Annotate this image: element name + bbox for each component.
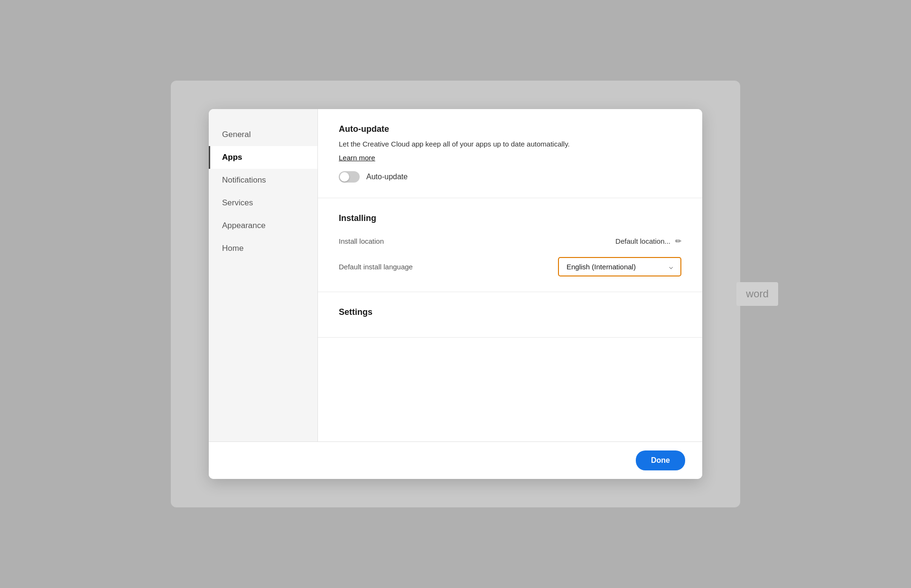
background-password-hint: word — [736, 282, 778, 306]
autoupdate-section: Auto-update Let the Creative Cloud app k… — [318, 109, 702, 198]
edit-icon[interactable]: ✏ — [675, 237, 681, 246]
install-location-value: Default location... — [615, 237, 670, 245]
sidebar-item-services[interactable]: Services — [209, 192, 317, 214]
done-button[interactable]: Done — [636, 450, 685, 470]
settings-title: Settings — [339, 307, 681, 317]
default-language-row: Default install language English (Intern… — [339, 257, 681, 276]
sidebar-item-apps[interactable]: Apps — [209, 146, 317, 169]
install-location-label: Install location — [339, 237, 384, 245]
dialog: General Apps Notifications Services Appe… — [209, 109, 702, 479]
sidebar-item-home[interactable]: Home — [209, 237, 317, 260]
settings-section: Settings — [318, 292, 702, 338]
language-dropdown[interactable]: English (International) ⌵ — [558, 257, 681, 276]
sidebar-item-general[interactable]: General — [209, 123, 317, 146]
sidebar: General Apps Notifications Services Appe… — [209, 109, 318, 441]
dialog-footer: Done — [209, 441, 702, 479]
sidebar-item-notifications[interactable]: Notifications — [209, 169, 317, 192]
main-content: Auto-update Let the Creative Cloud app k… — [318, 109, 702, 441]
language-value: English (International) — [567, 263, 636, 271]
installing-section: Installing Install location Default loca… — [318, 198, 702, 292]
autoupdate-toggle-label: Auto-update — [366, 173, 408, 181]
outer-wrapper: General Apps Notifications Services Appe… — [171, 81, 740, 507]
autoupdate-toggle-row: Auto-update — [339, 171, 681, 183]
default-language-label: Default install language — [339, 263, 413, 271]
installing-title: Installing — [339, 213, 681, 223]
autoupdate-toggle[interactable] — [339, 171, 360, 183]
install-location-row: Install location Default location... ✏ — [339, 237, 681, 246]
install-location-value-group: Default location... ✏ — [615, 237, 681, 246]
sidebar-item-appearance[interactable]: Appearance — [209, 214, 317, 237]
autoupdate-description: Let the Creative Cloud app keep all of y… — [339, 139, 681, 150]
toggle-knob — [340, 172, 349, 182]
autoupdate-title: Auto-update — [339, 124, 681, 134]
chevron-down-icon: ⌵ — [669, 263, 673, 270]
dialog-body: General Apps Notifications Services Appe… — [209, 109, 702, 441]
learn-more-link[interactable]: Learn more — [339, 154, 375, 162]
